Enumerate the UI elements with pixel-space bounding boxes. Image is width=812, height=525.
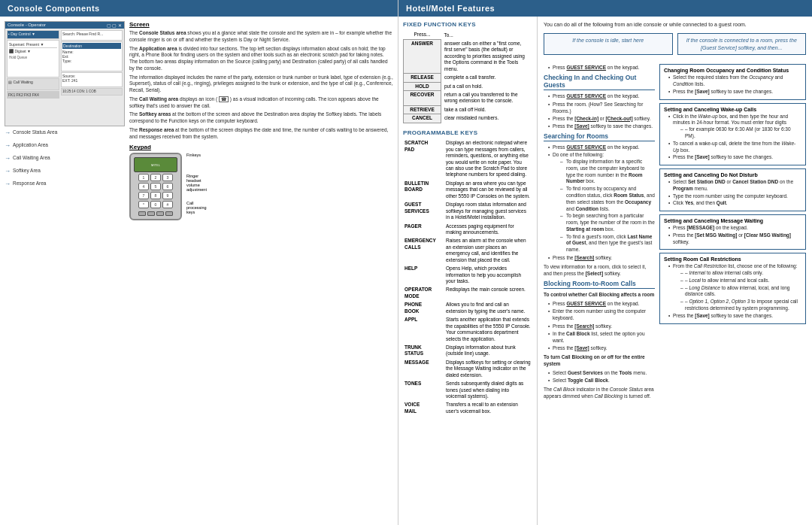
left-panel: Console Components Console - Operator ▢ … [0,0,398,525]
wakeup-box-title: Setting and Canceling Wake-up Calls [664,107,801,112]
screen-desc-2: The Application area is divided into fou… [129,46,393,72]
fkey-answer: ANSWER answer calls on either a "first c… [404,39,532,73]
fkey-cancel: CANCEL clear misdialed numbers. [404,114,532,123]
softkey-2 [147,211,155,216]
pkey-appl: APPL Starts another application that ext… [403,316,532,344]
fkey-header-row: Press... To... [404,31,532,39]
pkey-emergency-desc: Raises an alarm at the console when an e… [444,237,532,265]
blocking-step-7: Select Toggle Call Block. [548,377,655,384]
application-area-text: Application Area [13,142,48,148]
key-0: 0 [150,201,161,208]
pkey-appl-desc: Starts another application that extends … [444,316,532,344]
main-page: Console Components Console - Operator ▢ … [0,0,812,525]
pkey-appl-name: APPL [403,316,444,344]
right-box-callrestrict: Setting Room Call Restrictions From the … [659,253,806,323]
pkey-guest-desc: Displays room status information and sof… [444,201,532,222]
callrestrict-sub-4: – Option 1, Option 2, Option 3 to impose… [680,299,801,312]
msgwaiting-item-2: Press the [Set MSG Waiting] or [Clear MS… [668,232,801,246]
phone-labels: Finkeys Ringerheadsetvolumeadjustment Ca… [186,153,207,220]
occupancy-box-title: Changing Room Occupancy and Condition St… [664,68,801,73]
fixed-keys-table: Press... To... ANSWER answer calls on ei… [403,31,532,123]
fkey-recover-name: RECOVER [404,91,441,106]
searching-sub-list: To display information for a specific ro… [553,159,655,253]
right-box-wakeup: Setting and Canceling Wake-up Calls Clic… [659,103,806,165]
text-sections: Screen The Console Status area shows you… [129,21,393,520]
app-area-row: Superset: Present ▼ ⬛ Digiset ▼ Hold Que… [7,40,59,77]
pkey-trunk: TRUNKSTATUS Displays information about t… [403,343,532,358]
softkey-3 [156,211,164,216]
blocking-step-2: Enter the room number using the computer… [548,308,655,321]
right-panel: Hotel/Motel Features FIXED FUNCTION KEYS… [398,0,812,525]
blocking-steps1: Press GUEST SERVICE on the keypad. Enter… [544,300,655,351]
pkey-bulletin-desc: Displays an area where you can type mess… [444,179,532,200]
screen-desc-1: The Console Status area shows you at a g… [129,30,393,44]
fkey-recover: RECOVER return a call you transferred to… [404,91,532,106]
left-header: Console Components [0,0,398,17]
right-header: Hotel/Motel Features [398,0,812,17]
keypad-title: Keypad [129,144,393,150]
console-diagram: Console - Operator ▢ ▢ ✕ ▪ Day Control ▼… [5,21,125,126]
search-area: Search: Please Find R... [61,30,123,41]
blocking-step-4: In the Call Block list, select the optio… [548,330,655,344]
pkey-guest: GUESTSERVICES Displays room status infor… [403,201,532,222]
msgwaiting-list: Press [MESSAGE] on the keypad. Press the… [664,225,801,245]
right-content: FIXED FUNCTION KEYS Press... To... ANSWE… [398,17,812,525]
finkeys-label: Finkeys [186,153,207,157]
pkey-guest-name: GUESTSERVICES [403,201,444,222]
right-box-msgwaiting: Setting and Canceling Message Waiting Pr… [659,214,806,250]
msgwaiting-box-body: Press [MESSAGE] on the keypad. Press the… [664,225,801,245]
hotel-left-col: Press GUEST SERVICE on the keypad. Check… [544,64,655,520]
pkey-message-desc: Displays softkeys for setting or clearin… [444,358,532,379]
blocking-step-5: Press the [Save] softkey. [548,344,655,351]
wakeup-item-3: Press the [Save] softkey to save the cha… [668,154,801,161]
occupancy-box-body: Select the required states from the Occu… [664,74,801,95]
key-hash: # [162,201,173,208]
pkey-emergency: EMERGENCYCALLS Raises an alarm at the co… [403,237,532,265]
blocking-title: Blocking Room-to-Room Calls [544,280,655,289]
diagram-labels: → Console Status Area → Application Area… [5,129,125,187]
searching-steps: Press GUEST SERVICE on the keypad. Do on… [544,144,655,261]
checking-step-3: Press the [Check-in] or [Check-out] soft… [548,115,655,122]
call-waiting-label: → Call Waiting Area [5,155,125,162]
to-header: To... [441,31,532,39]
idle-step-item: Press GUEST SERVICE on the keypad. [548,64,655,71]
callrestrict-box-title: Setting Room Call Restrictions [664,256,801,262]
response-label: → Response Area [5,181,125,187]
pkey-bulletin-name: BULLETINBOARD [403,179,444,200]
screen-title: Screen [129,21,393,28]
checking-step-2: Press the room. (How? See Searching for … [548,101,655,114]
pkey-tones: TONES Sends subsequently dialed digits a… [403,380,532,401]
occupancy-item-1: Select the required states from the Occu… [668,74,801,88]
view-room-info: To view information for a room, click to… [544,263,655,277]
softkey-label: → Softkey Area [5,168,125,174]
hotel-intro: You can do all of the following from an … [544,21,806,29]
dnd-box-body: Select Set Station DND or Cancel Station… [664,179,801,207]
key-star: * [138,201,149,208]
checking-step-4: Press the [Save] softkey to save the cha… [548,123,655,129]
callout-idle-text: If the console is idle, start here [572,38,644,43]
callout-connected: If the console is connected to a room, p… [677,33,807,56]
checking-steps: Press GUEST SERVICE on the keypad. Press… [544,93,655,129]
wakeup-list: Click in the Wake-up box, and then type … [664,114,801,161]
pkey-operator-desc: Redisplays the main console screen. [444,286,532,301]
blocking-subtitle2: To turn Call Blocking on or off for the … [544,354,655,367]
callout-connected-text: If the console is connected to a room, p… [686,38,797,50]
phone-row-4: * 0 # [134,201,177,208]
phone-diagram: MITEL 1 2 3 4 5 6 [129,153,182,220]
pkey-phonebook-name: PHONEBOOK [403,301,444,316]
application-area-label: → Application Area [5,142,125,149]
pkey-trunk-name: TRUNKSTATUS [403,343,444,358]
softkey-desc: The Softkey areas at the bottom of the s… [129,111,393,125]
pkey-phonebook: PHONEBOOK Allows you to find and call an… [403,301,532,316]
pkey-emergency-name: EMERGENCYCALLS [403,237,444,265]
callrestrict-box-body: From the Call Restriction list, choose o… [664,263,801,319]
key-5: 5 [150,183,161,190]
callrestrict-item-2: Press the [Save] softkey to save the cha… [668,313,801,320]
pkey-help-name: HELP [403,265,444,286]
screen-title-bar: Console - Operator ▢ ▢ ✕ [5,22,124,29]
fkey-recover-desc: return a call you transferred to the wro… [441,91,532,106]
pkey-phonebook-desc: Allows you to find and call an extension… [444,301,532,316]
key-2: 2 [150,174,161,181]
pkey-scratch-name: SCRATCHPAD [403,139,444,180]
wakeup-item-1: Click in the Wake-up box, and then type … [668,114,801,140]
